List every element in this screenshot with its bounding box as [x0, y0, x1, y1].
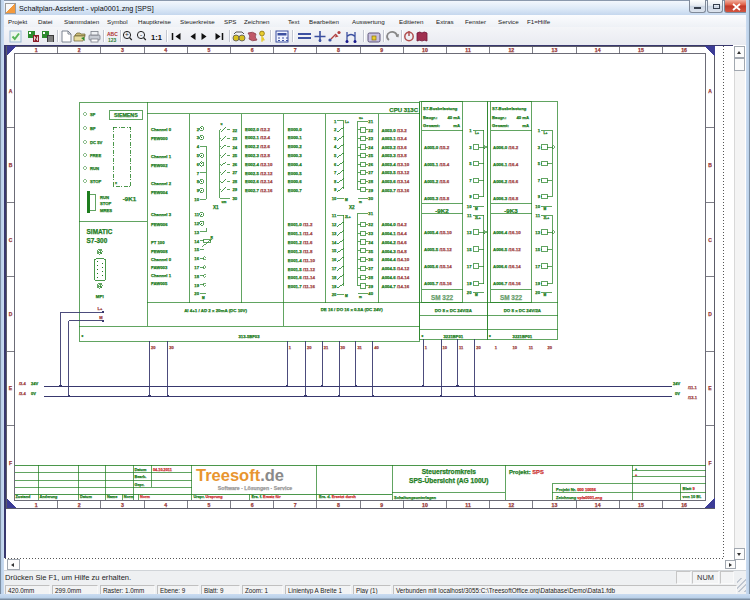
svg-text:11: 11: [195, 212, 200, 217]
svg-text:A004.7 /14.16: A004.7 /14.16: [382, 284, 410, 289]
svg-text:PT 100: PT 100: [151, 240, 165, 245]
svg-text:A004.4 /14.10: A004.4 /14.10: [382, 257, 410, 262]
svg-text:Gesamt:: Gesamt:: [423, 123, 440, 128]
svg-text:17: 17: [194, 265, 199, 270]
svg-text:16: 16: [681, 502, 687, 508]
svg-text:11: 11: [536, 213, 541, 218]
svg-text:18: 18: [194, 274, 199, 279]
svg-text:A003.5 /13.12: A003.5 /13.12: [382, 170, 410, 175]
svg-text:E002.3 /12.8: E002.3 /12.8: [245, 153, 270, 158]
svg-text:F: F: [708, 460, 711, 466]
svg-text:PEW004: PEW004: [151, 190, 168, 195]
svg-text:13: 13: [552, 47, 558, 53]
svg-text:PEW008: PEW008: [151, 249, 168, 254]
svg-text:A005.1 /15.4: A005.1 /15.4: [424, 162, 450, 167]
svg-text:F: F: [9, 460, 12, 466]
svg-text:E002.7 /12.16: E002.7 /12.16: [245, 188, 273, 193]
svg-text:0V: 0V: [31, 391, 36, 396]
svg-text:von 10 Bl.: von 10 Bl.: [683, 494, 702, 499]
svg-text:DO 8 x DC 24V/2A: DO 8 x DC 24V/2A: [435, 308, 473, 313]
svg-text:Ers. d. Ersetzt durch: Ers. d. Ersetzt durch: [319, 495, 357, 499]
svg-text:27: 27: [233, 170, 238, 175]
svg-text:21: 21: [324, 345, 329, 350]
svg-text:E001.3 /11.8: E001.3 /11.8: [288, 249, 313, 254]
svg-text:3221BF01: 3221BF01: [513, 334, 533, 339]
svg-text:E002.0 /12.2: E002.0 /12.2: [245, 127, 270, 132]
svg-text:D: D: [708, 311, 712, 317]
svg-text:4: 4: [164, 502, 167, 508]
svg-text:E001.5 /11.12: E001.5 /11.12: [288, 267, 316, 272]
svg-text:x: x: [115, 181, 117, 185]
svg-text:10: 10: [467, 204, 472, 209]
svg-text:Baugr.:: Baugr.:: [492, 115, 506, 120]
svg-text:A005.0 /15.2: A005.0 /15.2: [424, 145, 450, 150]
svg-text:STOP: STOP: [100, 201, 112, 206]
svg-text:A004.6 /14.14: A004.6 /14.14: [382, 275, 410, 280]
svg-text:28: 28: [368, 179, 373, 184]
svg-text:16: 16: [194, 256, 199, 261]
svg-text:A003.3 /13.8: A003.3 /13.8: [382, 153, 408, 158]
svg-text:m: m: [359, 295, 362, 299]
svg-text:25: 25: [368, 153, 373, 158]
svg-text:6: 6: [251, 47, 254, 53]
svg-text:+: +: [635, 467, 637, 471]
svg-text:Channel 2: Channel 2: [151, 181, 172, 186]
svg-text:E000.1: E000.1: [288, 135, 302, 140]
svg-text:*: *: [489, 335, 491, 340]
svg-text:40: 40: [374, 345, 379, 350]
svg-text:Blatt 9: Blatt 9: [683, 486, 696, 491]
svg-text:24: 24: [233, 145, 238, 150]
svg-text:A006.2 /16.6: A006.2 /16.6: [493, 179, 519, 184]
svg-text:19: 19: [332, 284, 337, 289]
svg-text:A006.1 /16.4: A006.1 /16.4: [493, 162, 519, 167]
svg-text:20: 20: [307, 345, 312, 350]
svg-text:Software · Lösungen · Service: Software · Lösungen · Service: [218, 485, 292, 491]
svg-text:M: M: [544, 207, 547, 211]
svg-text:2L+: 2L+: [544, 216, 550, 220]
svg-text:u+: u+: [359, 116, 363, 120]
svg-text:15: 15: [535, 247, 540, 252]
svg-text:DC 5V: DC 5V: [90, 140, 103, 145]
svg-text:13: 13: [552, 502, 558, 508]
svg-text:7: 7: [294, 502, 297, 508]
svg-text:-9K1: -9K1: [123, 195, 137, 202]
svg-text:22: 22: [368, 128, 373, 133]
svg-text:AI 4+1 / AD 2 x 20mA (DC 10V): AI 4+1 / AD 2 x 20mA (DC 10V): [184, 308, 247, 313]
svg-text:17: 17: [332, 266, 337, 271]
svg-text:M: M: [345, 198, 348, 202]
svg-text:13: 13: [467, 230, 472, 235]
svg-text:5: 5: [207, 502, 210, 508]
svg-text:3: 3: [121, 502, 124, 508]
svg-text:E000.3: E000.3: [288, 153, 302, 158]
svg-text:PAW005: PAW005: [151, 281, 168, 286]
svg-text:21: 21: [368, 119, 373, 124]
svg-text:18: 18: [332, 275, 337, 280]
svg-text:B: B: [708, 162, 712, 168]
svg-text:A006.3 /16.8: A006.3 /16.8: [493, 196, 519, 201]
svg-text:C: C: [708, 237, 712, 243]
svg-text:Projekt Nr. 000 10056: Projekt Nr. 000 10056: [556, 487, 597, 492]
svg-text:E000.4: E000.4: [288, 162, 302, 167]
svg-text:Schaltungsunterlagen: Schaltungsunterlagen: [394, 495, 437, 500]
svg-text:24: 24: [368, 145, 373, 150]
svg-text:A004.5 /14.12: A004.5 /14.12: [382, 266, 410, 271]
svg-text:15: 15: [638, 502, 644, 508]
svg-text:A005.6 /15.14: A005.6 /15.14: [424, 264, 452, 269]
svg-text:32: 32: [368, 222, 373, 227]
svg-text:24V: 24V: [673, 381, 680, 386]
svg-text:A006.5 /16.12: A006.5 /16.12: [493, 247, 521, 252]
svg-text:5: 5: [207, 47, 210, 53]
svg-text:Channel 0: Channel 0: [151, 257, 172, 262]
svg-text:Projekt: SPS: Projekt: SPS: [509, 469, 544, 475]
svg-text:1: 1: [35, 502, 38, 508]
svg-text:BF: BF: [90, 126, 96, 131]
svg-text:L+: L+: [475, 131, 479, 135]
svg-text:FREE: FREE: [90, 153, 101, 158]
svg-text:A005.3 /15.8: A005.3 /15.8: [424, 196, 450, 201]
svg-text:31: 31: [357, 345, 362, 350]
svg-text:12: 12: [194, 221, 199, 226]
svg-text:A003.4 /13.10: A003.4 /13.10: [382, 162, 410, 167]
svg-text:Name: Name: [107, 495, 117, 499]
svg-text:E000.0: E000.0: [288, 127, 302, 132]
svg-text:10: 10: [535, 204, 540, 209]
